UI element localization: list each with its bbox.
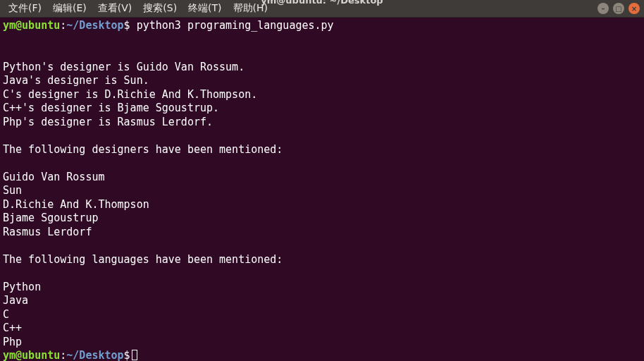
prompt-colon: : xyxy=(60,349,66,361)
minimize-icon: – xyxy=(602,5,605,13)
prompt-path: ~/Desktop xyxy=(66,19,123,32)
window-controls: – □ × xyxy=(597,3,640,14)
prompt-dollar: $ xyxy=(124,349,130,361)
terminal-area[interactable]: ym@ubuntu:~/Desktop$ python3 programing_… xyxy=(0,18,644,361)
prompt-user-host: ym@ubuntu xyxy=(3,19,60,32)
output-line: D.Richie And K.Thompson xyxy=(3,198,149,211)
prompt-colon: : xyxy=(60,19,66,32)
output-line: Bjame Sgoustrup xyxy=(3,212,98,224)
menu-terminal[interactable]: 终端(T) xyxy=(184,0,225,17)
cursor-icon xyxy=(132,350,137,360)
maximize-icon: □ xyxy=(615,5,621,13)
output-line: C++'s designer is Bjame Sgoustrup. xyxy=(3,102,219,114)
output-line: The following designers have been mentio… xyxy=(3,143,283,156)
menu-file[interactable]: 文件(F) xyxy=(4,0,46,17)
prompt-user-host: ym@ubuntu xyxy=(3,349,60,361)
prompt-dollar: $ xyxy=(124,19,130,32)
terminal-window: ym@ubuntu: ~/Desktop – □ × 文件(F) 编辑(E) 查… xyxy=(0,0,644,361)
close-button[interactable]: × xyxy=(628,3,640,14)
output-line: Guido Van Rossum xyxy=(3,171,105,183)
output-line: Php xyxy=(3,336,22,348)
output-line: Python xyxy=(3,281,41,293)
output-line: Python's designer is Guido Van Rossum. xyxy=(3,61,244,73)
output-line: C++ xyxy=(3,322,22,334)
minimize-button[interactable]: – xyxy=(597,3,609,14)
maximize-button[interactable]: □ xyxy=(613,3,624,14)
output-line: Rasmus Lerdorf xyxy=(3,226,92,238)
typed-command: python3 programing_languages.py xyxy=(130,19,334,32)
output-line: Java xyxy=(3,294,28,307)
menu-view[interactable]: 查看(V) xyxy=(94,0,137,17)
output-line: C's designer is D.Richie And K.Thompson. xyxy=(3,88,257,101)
window-title: ym@ubuntu: ~/Desktop xyxy=(261,0,383,6)
close-icon: × xyxy=(631,5,637,13)
output-line: Php's designer is Rasmus Lerdorf. xyxy=(3,116,213,128)
prompt-path: ~/Desktop xyxy=(66,349,123,361)
menu-edit[interactable]: 编辑(E) xyxy=(49,0,91,17)
output-line: C xyxy=(3,308,9,321)
menu-search[interactable]: 搜索(S) xyxy=(139,0,181,17)
output-line: Java's designer is Sun. xyxy=(3,74,149,87)
output-line: Sun xyxy=(3,184,22,197)
output-line: The following languages have been mentio… xyxy=(3,253,283,266)
